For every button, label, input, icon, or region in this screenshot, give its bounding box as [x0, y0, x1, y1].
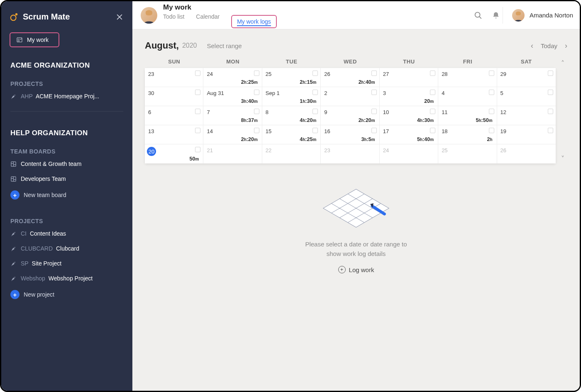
- calendar-checkbox[interactable]: [371, 90, 377, 95]
- svg-point-15: [14, 277, 15, 278]
- calendar-checkbox[interactable]: [430, 90, 435, 95]
- chevron-right-icon[interactable]: ›: [565, 41, 567, 50]
- sidebar-project-item[interactable]: CI Content Ideas: [1, 226, 132, 241]
- calendar-checkbox[interactable]: [548, 109, 553, 114]
- calendar-checkbox[interactable]: [548, 71, 553, 76]
- period-month: August,: [145, 40, 179, 51]
- calendar-checkbox[interactable]: [254, 71, 259, 76]
- calendar-cell[interactable]: 6: [145, 106, 203, 125]
- sidebar-project-item[interactable]: Webshop Webshop Project: [1, 271, 132, 286]
- close-icon[interactable]: [115, 12, 124, 22]
- calendar-cell[interactable]: 26: [497, 144, 556, 163]
- chevron-up-icon[interactable]: ˄: [558, 59, 567, 67]
- calendar-checkbox[interactable]: [371, 109, 377, 114]
- calendar-cell[interactable]: 23: [321, 144, 379, 163]
- calendar-checkbox[interactable]: [195, 109, 200, 114]
- sidebar-project-item[interactable]: CLUBCARD Clubcard: [1, 241, 132, 256]
- calendar-checkbox[interactable]: [489, 90, 494, 95]
- calendar-cell[interactable]: 175h:40m: [380, 125, 438, 144]
- calendar-cell[interactable]: 28: [438, 68, 497, 87]
- tab-calendar[interactable]: Calendar: [196, 13, 220, 27]
- calendar-cell[interactable]: 163h:5m: [321, 125, 379, 144]
- brand-block[interactable]: Scrum Mate: [10, 12, 70, 22]
- calendar-checkbox[interactable]: [371, 71, 377, 76]
- calendar-cell[interactable]: 252h:15m: [262, 68, 321, 87]
- sidebar-team-board-item[interactable]: Developers Team: [1, 171, 132, 186]
- calendar-checkbox[interactable]: [254, 109, 259, 114]
- sidebar-team-board-item[interactable]: Content & Growth team: [1, 156, 132, 171]
- today-button[interactable]: Today: [541, 42, 557, 49]
- org-title-help[interactable]: HELP ORGANIZATION: [1, 119, 132, 141]
- calendar-cell[interactable]: 242h:25m: [203, 68, 262, 87]
- calendar-cell[interactable]: 27: [380, 68, 438, 87]
- calendar-checkbox[interactable]: [489, 109, 494, 114]
- search-icon[interactable]: [474, 11, 483, 20]
- my-work-button[interactable]: My work: [10, 32, 59, 47]
- calendar-checkbox[interactable]: [312, 90, 318, 95]
- calendar-cell[interactable]: 84h:20m: [262, 106, 321, 125]
- user-menu[interactable]: Amanda Norton: [503, 7, 573, 24]
- calendar-checkbox[interactable]: [371, 128, 377, 133]
- calendar-cell[interactable]: Aug 313h:40m: [203, 87, 262, 106]
- calendar-cell[interactable]: 320m: [380, 87, 438, 106]
- calendar-cell[interactable]: 21: [203, 144, 262, 163]
- calendar-cell[interactable]: 182h: [438, 125, 497, 144]
- calendar-checkbox[interactable]: [548, 128, 553, 133]
- calendar-cell[interactable]: 29: [497, 68, 556, 87]
- calendar-cell[interactable]: 22: [262, 144, 321, 163]
- calendar-cell[interactable]: 115h:50m: [438, 106, 497, 125]
- calendar-cell[interactable]: 23: [145, 68, 203, 87]
- calendar-cell[interactable]: 25: [438, 144, 497, 163]
- calendar-checkbox[interactable]: [489, 128, 494, 133]
- calendar-cell[interactable]: 154h:25m: [262, 125, 321, 144]
- calendar-checkbox[interactable]: [430, 71, 435, 76]
- tab-worklogs[interactable]: My work logs: [231, 15, 277, 28]
- calendar-cell[interactable]: 262h:40m: [321, 68, 379, 87]
- calendar-cell[interactable]: 78h:37m: [203, 106, 262, 125]
- sidebar-project-item[interactable]: AHP ACME Homepage Proj...: [1, 89, 132, 104]
- calendar-checkbox[interactable]: [312, 71, 318, 76]
- select-range-button[interactable]: Select range: [207, 42, 242, 49]
- calendar-cell[interactable]: 92h:20m: [321, 106, 379, 125]
- calendar-cell[interactable]: 4: [438, 87, 497, 106]
- calendar-checkbox[interactable]: [430, 128, 435, 133]
- calendar-cell[interactable]: 12: [497, 106, 556, 125]
- calendar-checkbox[interactable]: [312, 128, 318, 133]
- chevron-down-icon[interactable]: ˅: [558, 155, 567, 163]
- calendar-cell[interactable]: 5: [497, 87, 556, 106]
- calendar-day-header: WED: [321, 58, 379, 65]
- calendar-time-logged: 3h:40m: [241, 98, 258, 104]
- calendar-checkbox[interactable]: [430, 109, 435, 114]
- calendar-day-number: 12: [500, 109, 506, 115]
- calendar-cell[interactable]: 104h:30m: [380, 106, 438, 125]
- calendar-checkbox[interactable]: [489, 71, 494, 76]
- calendar-cell[interactable]: 142h:20m: [203, 125, 262, 144]
- org-title-acme[interactable]: ACME ORGANIZATION: [1, 51, 132, 73]
- calendar-row: 2050m212223242526: [145, 144, 556, 163]
- new-project-button[interactable]: + New project: [1, 286, 132, 303]
- calendar-cell[interactable]: 19: [497, 125, 556, 144]
- bell-icon[interactable]: [492, 11, 500, 20]
- calendar-day-header: THU: [380, 58, 438, 65]
- calendar-checkbox[interactable]: [312, 109, 318, 114]
- calendar-checkbox[interactable]: [254, 90, 259, 95]
- tab-todo[interactable]: Todo list: [163, 13, 184, 27]
- chevron-left-icon[interactable]: ‹: [531, 41, 533, 50]
- calendar-cell[interactable]: 2: [321, 87, 379, 106]
- new-team-board-button[interactable]: + New team board: [1, 186, 132, 204]
- calendar-checkbox[interactable]: [254, 128, 259, 133]
- log-work-button[interactable]: + Log work: [338, 266, 374, 273]
- calendar-cell[interactable]: Sep 11h:30m: [262, 87, 321, 106]
- calendar-time-logged: 2h:15m: [300, 79, 316, 85]
- calendar-checkbox[interactable]: [195, 71, 200, 76]
- calendar-checkbox[interactable]: [195, 90, 200, 95]
- calendar-cell[interactable]: 24: [380, 144, 438, 163]
- calendar-cell[interactable]: 13: [145, 125, 203, 144]
- calendar-checkbox[interactable]: [548, 90, 553, 95]
- sidebar-project-item[interactable]: SP Site Project: [1, 256, 132, 271]
- calendar-checkbox[interactable]: [195, 147, 200, 152]
- calendar-cell[interactable]: 2050m: [145, 144, 203, 163]
- calendar-cell[interactable]: 30: [145, 87, 203, 106]
- avatar[interactable]: [141, 7, 157, 24]
- calendar-checkbox[interactable]: [195, 128, 200, 133]
